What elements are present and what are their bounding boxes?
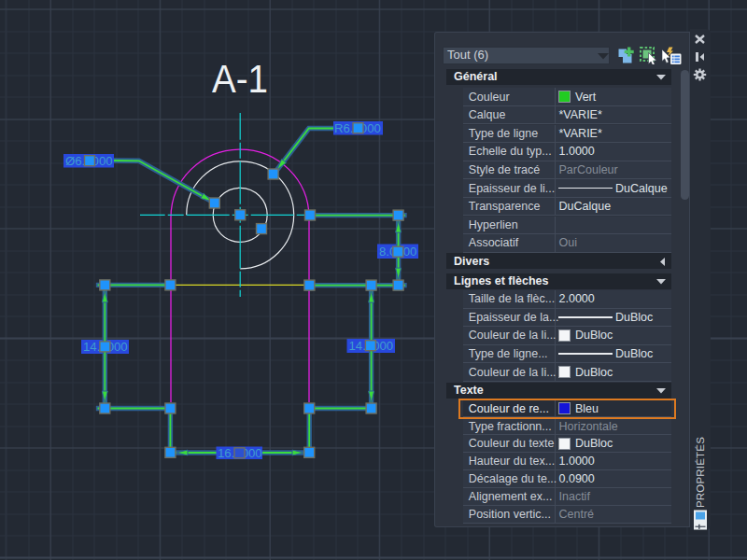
svg-text:A-1: A-1 <box>212 57 268 101</box>
